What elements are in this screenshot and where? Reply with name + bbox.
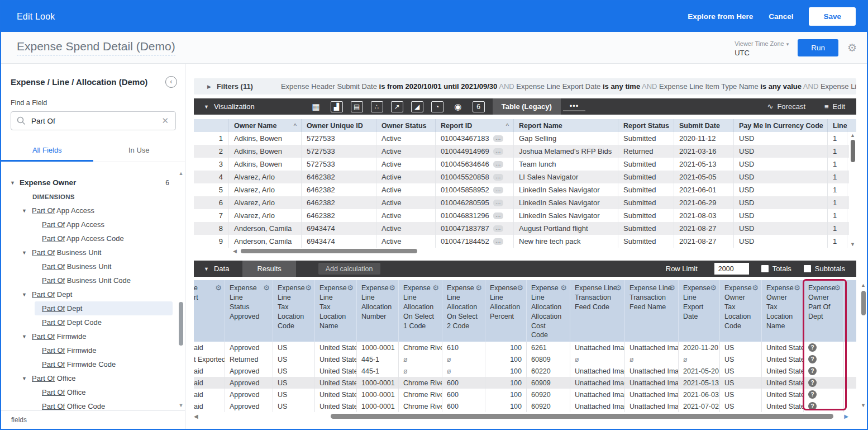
table-cell[interactable]: Approved <box>225 377 273 389</box>
table-cell[interactable]: 5727533 <box>302 158 376 171</box>
results-vertical-scrollbar[interactable]: ▲ ▼ <box>849 132 856 248</box>
table-cell[interactable]: United States <box>762 365 804 377</box>
pie-chart-icon[interactable]: ◔ <box>431 101 443 112</box>
table-cell[interactable]: Unattached Image <box>625 400 679 412</box>
collapse-sidebar-icon[interactable]: ‹ <box>165 76 177 88</box>
report-id-more-icon[interactable]: … <box>493 135 503 142</box>
scrollbar-thumb[interactable] <box>331 414 833 419</box>
gear-icon[interactable]: ⚙ <box>347 283 354 293</box>
table-cell[interactable]: LinkedIn Sales Navigator <box>514 183 618 196</box>
table-cell[interactable]: 100 <box>485 365 527 377</box>
table-cell[interactable]: United States <box>762 353 804 365</box>
chevron-down-icon[interactable]: ▼ <box>22 376 27 381</box>
scroll-down-icon[interactable]: ▼ <box>849 242 856 247</box>
table-cell[interactable]: Anderson, Camila <box>229 235 302 248</box>
report-id-more-icon[interactable]: … <box>493 200 503 206</box>
column-header-row-number[interactable] <box>194 119 229 132</box>
table-cell[interactable]: US <box>273 400 315 412</box>
table-cell[interactable]: 2021-05-13 <box>674 158 734 171</box>
scroll-left-icon[interactable]: ◀ <box>233 248 237 254</box>
table-cell[interactable]: 1000-0001 <box>357 400 399 412</box>
table-cell[interactable]: 1 <box>828 171 847 183</box>
search-input[interactable] <box>31 117 160 125</box>
table-cell[interactable]: United States <box>762 400 804 412</box>
report-id-more-icon[interactable]: … <box>493 174 503 181</box>
help-icon[interactable]: ? <box>808 390 817 399</box>
scroll-up-icon[interactable]: ▲ <box>860 282 867 288</box>
table-cell[interactable]: Unattached Image <box>625 377 679 389</box>
table-cell[interactable]: 1000-0001 <box>357 377 399 389</box>
tree-view-row[interactable]: ▼Expense Owner6 <box>1 176 177 190</box>
table-cell[interactable]: Active <box>376 222 436 235</box>
help-icon[interactable]: ? <box>808 402 817 410</box>
table-cell[interactable]: US <box>720 389 762 400</box>
line-chart-icon[interactable]: ↗ <box>391 101 403 112</box>
table-cell[interactable]: 010043467183… <box>436 132 514 145</box>
column-header-owner-status[interactable]: Owner Status <box>376 119 436 132</box>
table-cell[interactable]: Gap Selling <box>514 132 618 145</box>
scrollbar-thumb[interactable] <box>861 291 866 315</box>
table-cell[interactable]: 2021-08-03 <box>674 209 734 222</box>
tree-field-item[interactable]: Part Of Business Unit <box>35 259 173 273</box>
collapse-visualization-icon[interactable]: ▼ <box>204 104 209 110</box>
table-cell[interactable]: United States <box>762 377 804 389</box>
table-cell[interactable]: 445-1 <box>357 365 399 377</box>
table-cell[interactable]: Chrome River <box>399 342 442 353</box>
table-cell[interactable]: Unattached Image <box>625 365 679 377</box>
results-tab[interactable]: Results <box>242 261 295 277</box>
gear-icon[interactable]: ⚙ <box>794 283 800 293</box>
scatter-chart-icon[interactable]: ∴ <box>371 101 383 112</box>
help-icon[interactable]: ? <box>808 343 817 352</box>
table-cell[interactable]: aid <box>194 400 225 412</box>
table-cell[interactable]: 60809 <box>527 353 570 365</box>
table-cell[interactable]: 100 <box>485 400 527 412</box>
column-header-line-nu[interactable]: Line Nu <box>828 119 847 132</box>
table-cell[interactable]: Approved <box>225 400 273 412</box>
table-cell[interactable]: 6462382 <box>302 183 376 196</box>
table-cell[interactable]: USD <box>734 145 828 158</box>
table-cell[interactable]: 1 <box>828 183 847 196</box>
table-cell[interactable]: Alvarez, Arlo <box>229 209 302 222</box>
tree-field-item[interactable]: Part Of Firmwide Code <box>35 357 173 371</box>
table-cell[interactable]: Joshua Melamed's RFP Bids <box>514 145 618 158</box>
chevron-down-icon[interactable]: ▼ <box>10 180 16 186</box>
table-cell[interactable]: aid <box>194 342 225 353</box>
table-cell[interactable]: 1 <box>828 158 847 171</box>
table-chart-icon[interactable]: ▦ <box>309 101 323 113</box>
gear-icon[interactable]: ⚙ <box>432 283 439 293</box>
table-cell[interactable]: 6943474 <box>302 222 376 235</box>
table-cell[interactable]: 60220 <box>527 365 570 377</box>
table-cell[interactable]: USD <box>734 196 828 209</box>
table-cell[interactable]: United States <box>762 342 804 353</box>
detail-vertical-scrollbar[interactable]: ▲ ▼ <box>860 282 867 409</box>
table-cell[interactable]: LinkedIn Sales Navigator <box>514 209 618 222</box>
table-cell[interactable]: Active <box>376 209 436 222</box>
table-cell[interactable]: United States <box>315 389 357 400</box>
table-cell[interactable]: t Exported <box>194 353 225 365</box>
column-header-report-id[interactable]: Report ID^ <box>436 119 514 132</box>
checkbox-icon[interactable] <box>804 265 811 272</box>
table-cell[interactable]: United States <box>762 389 804 400</box>
gear-icon[interactable]: ⚙ <box>669 283 675 293</box>
explore-from-here-link[interactable]: Explore from Here <box>688 12 753 21</box>
table-cell[interactable]: LinkedIn Sales Navigator <box>514 196 618 209</box>
table-cell[interactable]: 1 <box>828 196 847 209</box>
table-cell[interactable]: ? <box>804 377 844 389</box>
single-value-icon[interactable]: 6 <box>473 101 485 112</box>
tree-field-item[interactable]: Part Of Dept Code <box>35 315 173 329</box>
table-cell[interactable]: 60920 <box>527 400 570 412</box>
table-cell[interactable]: 2020-11-12 <box>674 132 734 145</box>
table-cell[interactable]: US <box>273 377 315 389</box>
column-chart-icon[interactable]: ▟ <box>331 101 343 112</box>
map-pin-icon[interactable]: ◉ <box>451 101 465 113</box>
table-cell[interactable]: US <box>720 365 762 377</box>
table-cell[interactable]: Active <box>376 171 436 183</box>
chevron-down-icon[interactable]: ▼ <box>22 250 27 256</box>
table-cell[interactable]: Submitted <box>618 158 674 171</box>
table-cell[interactable]: USD <box>734 183 828 196</box>
report-id-more-icon[interactable]: … <box>493 187 503 193</box>
table-cell[interactable]: ø <box>442 353 485 365</box>
scroll-left-icon[interactable]: ◀ <box>194 413 198 419</box>
table-cell[interactable]: Active <box>376 158 436 171</box>
table-cell[interactable]: Adkins, Bowen <box>229 158 302 171</box>
